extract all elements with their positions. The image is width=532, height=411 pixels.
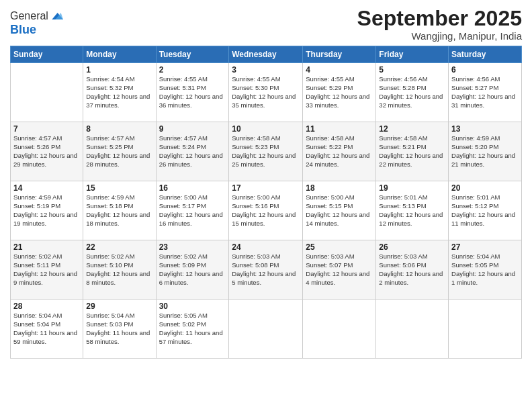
- calendar-header-row: SundayMondayTuesdayWednesdayThursdayFrid…: [11, 46, 522, 63]
- calendar-cell: 23Sunrise: 5:02 AM Sunset: 5:09 PM Dayli…: [156, 240, 229, 300]
- day-info: Sunrise: 4:56 AM Sunset: 5:27 PM Dayligh…: [451, 75, 519, 109]
- day-number: 9: [159, 124, 226, 134]
- day-number: 8: [86, 124, 152, 134]
- calendar-cell: 25Sunrise: 5:03 AM Sunset: 5:07 PM Dayli…: [303, 240, 376, 300]
- day-number: 24: [232, 242, 300, 252]
- calendar-cell: 29Sunrise: 5:04 AM Sunset: 5:03 PM Dayli…: [83, 300, 156, 359]
- day-info: Sunrise: 4:57 AM Sunset: 5:24 PM Dayligh…: [159, 134, 226, 169]
- day-number: 7: [13, 124, 80, 134]
- calendar-cell: 16Sunrise: 5:00 AM Sunset: 5:17 PM Dayli…: [156, 181, 229, 240]
- day-number: 5: [379, 65, 445, 75]
- day-number: 20: [451, 183, 519, 193]
- calendar-cell: 15Sunrise: 4:59 AM Sunset: 5:18 PM Dayli…: [83, 181, 156, 240]
- calendar-cell: 13Sunrise: 4:59 AM Sunset: 5:20 PM Dayli…: [449, 122, 522, 181]
- day-number: 27: [451, 242, 519, 252]
- calendar-cell: 5Sunrise: 4:56 AM Sunset: 5:28 PM Daylig…: [376, 63, 449, 122]
- calendar-cell: 21Sunrise: 5:02 AM Sunset: 5:11 PM Dayli…: [11, 240, 83, 300]
- calendar-week-5: 28Sunrise: 5:04 AM Sunset: 5:04 PM Dayli…: [11, 300, 522, 359]
- day-info: Sunrise: 5:00 AM Sunset: 5:17 PM Dayligh…: [159, 193, 226, 228]
- calendar-cell: [376, 300, 449, 359]
- calendar-cell: 14Sunrise: 4:59 AM Sunset: 5:19 PM Dayli…: [11, 181, 83, 240]
- calendar-cell: [11, 63, 83, 122]
- day-header-wednesday: Wednesday: [229, 46, 303, 63]
- calendar-week-1: 1Sunrise: 4:54 AM Sunset: 5:32 PM Daylig…: [11, 63, 522, 122]
- calendar-cell: 9Sunrise: 4:57 AM Sunset: 5:24 PM Daylig…: [156, 122, 229, 181]
- logo-icon: [50, 9, 63, 23]
- day-info: Sunrise: 4:59 AM Sunset: 5:20 PM Dayligh…: [451, 134, 519, 169]
- logo-blue-text: Blue: [10, 23, 63, 37]
- day-number: 21: [13, 242, 80, 252]
- day-number: 3: [232, 65, 300, 75]
- day-info: Sunrise: 5:01 AM Sunset: 5:12 PM Dayligh…: [451, 193, 519, 228]
- day-header-tuesday: Tuesday: [156, 46, 229, 63]
- calendar-cell: 3Sunrise: 4:55 AM Sunset: 5:30 PM Daylig…: [229, 63, 303, 122]
- day-number: 29: [86, 302, 152, 311]
- day-header-monday: Monday: [83, 46, 156, 63]
- day-number: 12: [379, 124, 445, 134]
- day-info: Sunrise: 4:58 AM Sunset: 5:22 PM Dayligh…: [306, 134, 373, 169]
- day-header-thursday: Thursday: [303, 46, 376, 63]
- calendar-cell: [303, 300, 376, 359]
- day-number: 25: [306, 242, 373, 252]
- day-header-sunday: Sunday: [11, 46, 83, 63]
- day-info: Sunrise: 4:55 AM Sunset: 5:31 PM Dayligh…: [159, 75, 226, 109]
- calendar-cell: 28Sunrise: 5:04 AM Sunset: 5:04 PM Dayli…: [11, 300, 83, 359]
- calendar-cell: 2Sunrise: 4:55 AM Sunset: 5:31 PM Daylig…: [156, 63, 229, 122]
- day-number: 18: [306, 183, 373, 193]
- day-info: Sunrise: 4:59 AM Sunset: 5:19 PM Dayligh…: [13, 193, 80, 228]
- calendar-cell: 24Sunrise: 5:03 AM Sunset: 5:08 PM Dayli…: [229, 240, 303, 300]
- day-number: 17: [232, 183, 300, 193]
- calendar-cell: [449, 300, 522, 359]
- logo: General Blue: [10, 9, 63, 37]
- calendar-cell: 1Sunrise: 4:54 AM Sunset: 5:32 PM Daylig…: [83, 63, 156, 122]
- calendar-cell: 22Sunrise: 5:02 AM Sunset: 5:10 PM Dayli…: [83, 240, 156, 300]
- day-number: 23: [159, 242, 226, 252]
- day-number: 26: [379, 242, 445, 252]
- day-info: Sunrise: 5:00 AM Sunset: 5:16 PM Dayligh…: [232, 193, 300, 228]
- calendar-cell: 30Sunrise: 5:05 AM Sunset: 5:02 PM Dayli…: [156, 300, 229, 359]
- day-info: Sunrise: 4:57 AM Sunset: 5:26 PM Dayligh…: [13, 134, 80, 169]
- month-title: September 2025: [357, 7, 522, 30]
- day-header-friday: Friday: [376, 46, 449, 63]
- logo-general-text: General: [10, 10, 48, 22]
- day-info: Sunrise: 5:03 AM Sunset: 5:08 PM Dayligh…: [232, 253, 300, 287]
- day-info: Sunrise: 5:01 AM Sunset: 5:13 PM Dayligh…: [379, 193, 445, 228]
- header: General Blue September 2025 Wangjing, Ma…: [10, 7, 522, 42]
- day-info: Sunrise: 4:56 AM Sunset: 5:28 PM Dayligh…: [379, 75, 445, 109]
- location: Wangjing, Manipur, India: [357, 30, 522, 42]
- day-number: 4: [306, 65, 373, 75]
- calendar-cell: 6Sunrise: 4:56 AM Sunset: 5:27 PM Daylig…: [449, 63, 522, 122]
- day-number: 19: [379, 183, 445, 193]
- calendar-cell: 11Sunrise: 4:58 AM Sunset: 5:22 PM Dayli…: [303, 122, 376, 181]
- calendar-cell: 12Sunrise: 4:58 AM Sunset: 5:21 PM Dayli…: [376, 122, 449, 181]
- page-container: General Blue September 2025 Wangjing, Ma…: [0, 0, 532, 365]
- day-number: 30: [159, 302, 226, 311]
- day-info: Sunrise: 4:55 AM Sunset: 5:29 PM Dayligh…: [306, 75, 373, 109]
- calendar-cell: 10Sunrise: 4:58 AM Sunset: 5:23 PM Dayli…: [229, 122, 303, 181]
- calendar-cell: 26Sunrise: 5:03 AM Sunset: 5:06 PM Dayli…: [376, 240, 449, 300]
- day-info: Sunrise: 5:00 AM Sunset: 5:15 PM Dayligh…: [306, 193, 373, 228]
- day-info: Sunrise: 5:02 AM Sunset: 5:09 PM Dayligh…: [159, 253, 226, 287]
- title-block: September 2025 Wangjing, Manipur, India: [357, 7, 522, 42]
- calendar-week-3: 14Sunrise: 4:59 AM Sunset: 5:19 PM Dayli…: [11, 181, 522, 240]
- calendar-cell: 27Sunrise: 5:04 AM Sunset: 5:05 PM Dayli…: [449, 240, 522, 300]
- day-info: Sunrise: 4:59 AM Sunset: 5:18 PM Dayligh…: [86, 193, 152, 228]
- day-number: 1: [86, 65, 152, 75]
- day-info: Sunrise: 4:57 AM Sunset: 5:25 PM Dayligh…: [86, 134, 152, 169]
- day-info: Sunrise: 5:02 AM Sunset: 5:11 PM Dayligh…: [13, 253, 80, 287]
- calendar-cell: 8Sunrise: 4:57 AM Sunset: 5:25 PM Daylig…: [83, 122, 156, 181]
- day-info: Sunrise: 5:03 AM Sunset: 5:07 PM Dayligh…: [306, 253, 373, 287]
- day-info: Sunrise: 5:04 AM Sunset: 5:04 PM Dayligh…: [13, 312, 80, 346]
- day-info: Sunrise: 4:58 AM Sunset: 5:23 PM Dayligh…: [232, 134, 300, 169]
- calendar-cell: [229, 300, 303, 359]
- calendar-cell: 17Sunrise: 5:00 AM Sunset: 5:16 PM Dayli…: [229, 181, 303, 240]
- day-number: 16: [159, 183, 226, 193]
- day-info: Sunrise: 4:54 AM Sunset: 5:32 PM Dayligh…: [86, 75, 152, 109]
- day-info: Sunrise: 5:05 AM Sunset: 5:02 PM Dayligh…: [159, 312, 226, 346]
- calendar-table: SundayMondayTuesdayWednesdayThursdayFrid…: [10, 46, 522, 359]
- day-number: 14: [13, 183, 80, 193]
- day-header-saturday: Saturday: [449, 46, 522, 63]
- day-info: Sunrise: 4:58 AM Sunset: 5:21 PM Dayligh…: [379, 134, 445, 169]
- calendar-cell: 20Sunrise: 5:01 AM Sunset: 5:12 PM Dayli…: [449, 181, 522, 240]
- day-number: 2: [159, 65, 226, 75]
